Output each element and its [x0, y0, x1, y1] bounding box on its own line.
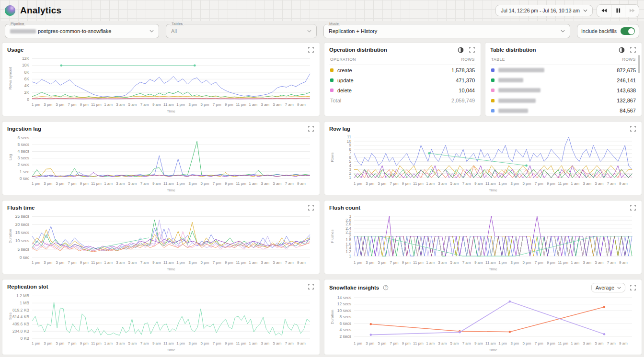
svg-text:0: 0	[27, 97, 29, 102]
svg-text:Rows: Rows	[330, 152, 334, 162]
svg-text:5 am: 5 am	[450, 181, 459, 186]
svg-text:7 am: 7 am	[285, 260, 294, 265]
svg-text:819.2 KB: 819.2 KB	[12, 308, 29, 312]
svg-text:5: 5	[349, 159, 351, 164]
svg-text:5 pm: 5 pm	[201, 102, 209, 107]
row-value: 246,141	[617, 78, 636, 83]
svg-text:5 am: 5 am	[595, 341, 604, 346]
svg-text:6K: 6K	[24, 77, 30, 81]
svg-text:5 am: 5 am	[128, 341, 137, 346]
svg-text:3 am: 3 am	[438, 181, 447, 186]
svg-text:8K: 8K	[24, 70, 30, 75]
svg-text:5 pm: 5 pm	[201, 181, 209, 186]
pie-chart-icon	[619, 47, 625, 53]
svg-text:7 pm: 7 pm	[68, 260, 77, 265]
svg-text:Time: Time	[167, 348, 175, 352]
svg-text:7 pm: 7 pm	[213, 102, 221, 107]
svg-text:0 KB: 0 KB	[21, 336, 30, 341]
tables-select[interactable]: Tables All	[166, 24, 317, 38]
svg-text:Duration: Duration	[8, 229, 12, 243]
flush-count-title: Flush count	[329, 205, 360, 211]
svg-text:7 pm: 7 pm	[213, 341, 221, 346]
svg-text:5 am: 5 am	[450, 260, 459, 265]
svg-text:9 pm: 9 pm	[547, 181, 555, 186]
expand-button[interactable]	[307, 46, 315, 54]
series-color-swatch	[491, 68, 494, 72]
expand-button[interactable]	[629, 46, 637, 54]
expand-icon	[469, 47, 475, 53]
row-lag-title: Row lag	[329, 126, 350, 132]
svg-text:3 pm: 3 pm	[44, 260, 52, 265]
svg-text:11 pm: 11 pm	[413, 181, 424, 186]
redacted-table-name	[498, 109, 528, 113]
expand-button[interactable]	[629, 204, 637, 212]
rewind-button[interactable]	[597, 5, 611, 17]
svg-text:12K: 12K	[22, 56, 29, 61]
expand-button[interactable]	[307, 204, 315, 212]
top-bar: Analytics Jul 14, 12:26 pm - Jul 16, 10:…	[0, 0, 644, 21]
svg-text:11 am: 11 am	[485, 260, 496, 265]
expand-button[interactable]	[468, 46, 476, 54]
pie-view-button[interactable]	[457, 46, 464, 54]
svg-text:3 am: 3 am	[116, 260, 125, 265]
svg-text:6 secs: 6 secs	[17, 135, 29, 140]
row-value: 84,567	[620, 108, 636, 113]
date-range-button[interactable]: Jul 14, 12:26 pm - Jul 16, 10:13 am	[495, 5, 593, 16]
svg-text:9 am: 9 am	[152, 102, 161, 107]
svg-text:204.8 KB: 204.8 KB	[12, 329, 29, 334]
svg-text:11 am: 11 am	[163, 181, 174, 186]
mode-select[interactable]: Mode Replication + History	[323, 24, 570, 38]
svg-text:Time: Time	[167, 109, 175, 113]
svg-text:9 pm: 9 pm	[402, 260, 411, 265]
expand-button[interactable]	[307, 283, 315, 290]
svg-text:9 am: 9 am	[619, 341, 628, 346]
svg-text:3 pm: 3 pm	[366, 260, 374, 265]
aggregation-select[interactable]: Average	[591, 283, 625, 292]
scrollbar[interactable]	[638, 55, 640, 73]
svg-text:5 pm: 5 pm	[56, 341, 65, 346]
expand-button[interactable]	[629, 125, 637, 133]
svg-text:7 am: 7 am	[462, 181, 471, 186]
chevron-down-icon	[617, 287, 621, 289]
tables-label: Tables	[170, 22, 184, 26]
expand-button[interactable]	[307, 125, 315, 133]
total-label: Total	[330, 98, 341, 103]
svg-text:11 am: 11 am	[485, 341, 496, 346]
svg-text:0 sec: 0 sec	[20, 176, 30, 181]
svg-text:3 pm: 3 pm	[188, 260, 197, 265]
svg-text:1 pm: 1 pm	[32, 102, 40, 107]
pause-button[interactable]	[611, 5, 625, 17]
redacted-table-name	[498, 99, 536, 103]
pie-view-button[interactable]	[618, 46, 625, 54]
svg-text:3 am: 3 am	[116, 341, 125, 346]
table-distribution-panel: Table distribution TABLEROWS872,675246,1…	[485, 42, 642, 116]
svg-text:1 am: 1 am	[104, 102, 113, 107]
pipeline-select[interactable]: Pipeline postgres-common-to-snowflake	[5, 24, 159, 38]
svg-text:2K: 2K	[24, 90, 30, 95]
fast-forward-button[interactable]	[625, 5, 639, 17]
svg-text:3 pm: 3 pm	[510, 260, 519, 265]
svg-text:5 am: 5 am	[273, 260, 282, 265]
mode-label: Mode	[328, 22, 340, 26]
svg-text:3 pm: 3 pm	[44, 102, 52, 107]
svg-text:9 pm: 9 pm	[402, 181, 411, 186]
toggle-on-switch[interactable]	[621, 27, 635, 35]
app-logo	[5, 5, 15, 16]
svg-text:9 pm: 9 pm	[225, 341, 233, 346]
svg-text:7 am: 7 am	[607, 341, 616, 346]
include-backfills-toggle[interactable]: Include backfills	[577, 24, 639, 38]
help-icon[interactable]: ?	[383, 285, 389, 290]
brand: Analytics	[5, 5, 61, 16]
svg-text:3 am: 3 am	[261, 102, 270, 107]
svg-text:9 pm: 9 pm	[225, 260, 233, 265]
expand-button[interactable]	[629, 284, 637, 291]
expand-icon	[630, 205, 636, 211]
svg-text:11 pm: 11 pm	[236, 102, 246, 107]
svg-text:1 pm: 1 pm	[498, 341, 507, 346]
svg-text:3 pm: 3 pm	[510, 341, 519, 346]
svg-text:4 secs: 4 secs	[17, 149, 29, 154]
table-row: 143,638	[490, 85, 637, 95]
svg-text:10K: 10K	[22, 63, 29, 67]
table-row: 84,567	[490, 106, 637, 114]
svg-text:3 am: 3 am	[261, 341, 270, 346]
